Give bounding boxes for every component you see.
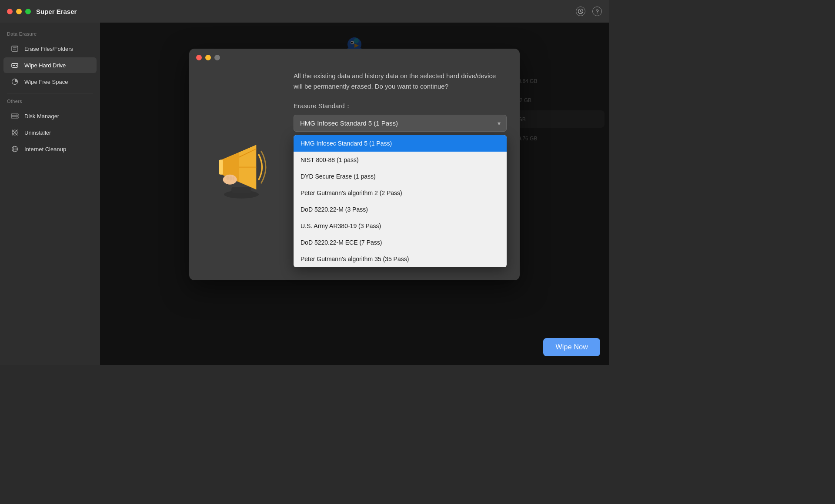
disk-manager-icon: [10, 112, 19, 120]
sidebar-item-disk-manager[interactable]: Disk Manager: [3, 108, 97, 124]
close-button[interactable]: [7, 9, 13, 14]
modal-body: All the existing data and history data o…: [189, 66, 520, 280]
select-wrapper: HMG Infosec Standard 5 (1 Pass) ▾: [294, 115, 507, 132]
maximize-button[interactable]: [25, 9, 31, 14]
dropdown-item-7[interactable]: Peter Gutmann's algorithm 35 (35 Pass): [294, 251, 507, 267]
wipe-free-space-label: Wipe Free Space: [24, 79, 68, 85]
main-layout: Data Erasure Erase Files/Folders Wipe Ha…: [0, 23, 609, 365]
titlebar: Super Eraser ?: [0, 0, 609, 23]
sidebar-item-internet-cleanup[interactable]: Internet Cleanup: [3, 141, 97, 157]
modal-content: All the existing data and history data o…: [294, 66, 507, 267]
dropdown-item-6[interactable]: DoD 5220.22-M ECE (7 Pass): [294, 234, 507, 251]
modal-illustration: [202, 66, 281, 267]
dropdown-item-5[interactable]: U.S. Army AR380-19 (3 Pass): [294, 218, 507, 234]
others-section-label: Others: [0, 97, 100, 107]
uninstaller-icon: [10, 128, 19, 137]
sidebar: Data Erasure Erase Files/Folders Wipe Ha…: [0, 23, 100, 365]
internet-cleanup-label: Internet Cleanup: [24, 146, 66, 153]
svg-rect-39: [232, 176, 234, 180]
modal-titlebar: [189, 49, 520, 66]
sidebar-divider: [7, 93, 93, 93]
svg-point-10: [17, 114, 17, 115]
sidebar-item-uninstaller[interactable]: Uninstaller: [3, 125, 97, 140]
app-title: Super Eraser: [36, 8, 77, 15]
megaphone-illustration: [211, 130, 272, 199]
erase-files-label: Erase Files/Folders: [24, 46, 73, 52]
svg-point-11: [17, 117, 17, 118]
data-erasure-section-label: Data Erasure: [0, 30, 100, 40]
dropdown-list: HMG Infosec Standard 5 (1 Pass) NIST 800…: [294, 135, 507, 267]
wipe-hard-drive-icon: [10, 61, 19, 70]
wipe-free-space-icon: [10, 77, 19, 86]
modal-description: All the existing data and history data o…: [294, 71, 507, 92]
wipe-hard-drive-label: Wipe Hard Drive: [24, 62, 66, 69]
help-button[interactable]: ?: [592, 7, 602, 16]
help-icon: ?: [595, 8, 598, 15]
modal-overlay: All the existing data and history data o…: [100, 23, 609, 365]
content-area: Wipe Hard Drive 149.64 GB / 249.64 GB 5.…: [100, 23, 609, 365]
svg-rect-34: [219, 160, 223, 175]
dropdown-item-2[interactable]: DYD Secure Erase (1 pass): [294, 168, 507, 185]
erase-files-icon: [10, 44, 19, 53]
dropdown-item-1[interactable]: NIST 800-88 (1 pass): [294, 152, 507, 168]
minimize-button[interactable]: [16, 9, 22, 14]
erasure-standard-label: Erasure Standard：: [294, 102, 507, 110]
svg-rect-37: [227, 176, 229, 180]
confirmation-modal: All the existing data and history data o…: [189, 49, 520, 280]
dropdown-item-4[interactable]: DoD 5220.22-M (3 Pass): [294, 201, 507, 218]
svg-rect-31: [231, 187, 251, 193]
titlebar-actions: ?: [576, 7, 602, 16]
traffic-lights: [7, 9, 31, 14]
modal-maximize-button[interactable]: [214, 55, 220, 60]
sidebar-item-wipe-free-space[interactable]: Wipe Free Space: [3, 74, 97, 90]
modal-minimize-button[interactable]: [205, 55, 211, 60]
uninstaller-label: Uninstaller: [24, 129, 51, 136]
erasure-standard-select[interactable]: HMG Infosec Standard 5 (1 Pass): [294, 115, 507, 132]
svg-rect-38: [230, 176, 232, 180]
history-button[interactable]: [576, 7, 585, 16]
svg-point-5: [16, 65, 17, 66]
sidebar-item-wipe-hard-drive[interactable]: Wipe Hard Drive: [3, 57, 97, 73]
wipe-now-button[interactable]: Wipe Now: [543, 338, 600, 356]
modal-close-button[interactable]: [196, 55, 202, 60]
svg-rect-1: [12, 46, 18, 51]
internet-cleanup-icon: [10, 145, 19, 153]
dropdown-item-3[interactable]: Peter Gutmann's algorithm 2 (2 Pass): [294, 185, 507, 201]
disk-manager-label: Disk Manager: [24, 113, 59, 119]
sidebar-item-erase-files[interactable]: Erase Files/Folders: [3, 41, 97, 56]
dropdown-item-0[interactable]: HMG Infosec Standard 5 (1 Pass): [294, 135, 507, 152]
